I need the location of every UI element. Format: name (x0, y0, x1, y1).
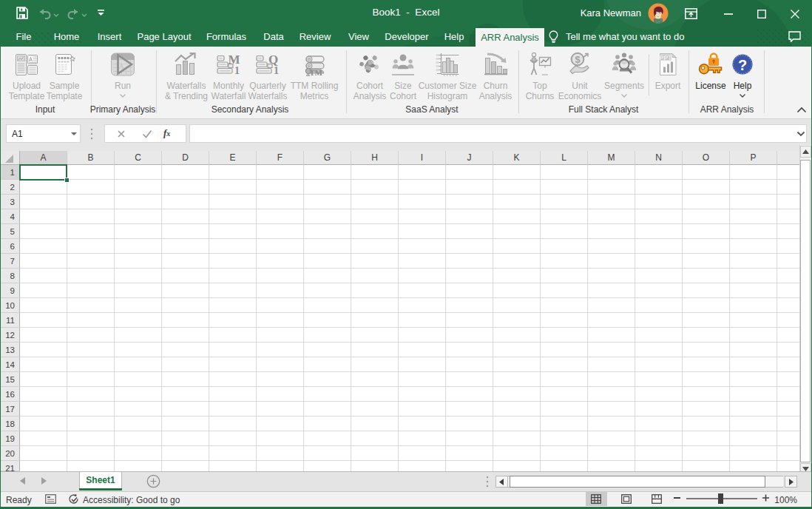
svg-text:1: 1 (274, 65, 279, 76)
svg-text:?: ? (738, 57, 747, 73)
svg-text:TM: TM (309, 68, 322, 77)
svg-text:$: $ (575, 54, 581, 65)
svg-text:PPT: PPT (660, 54, 672, 61)
